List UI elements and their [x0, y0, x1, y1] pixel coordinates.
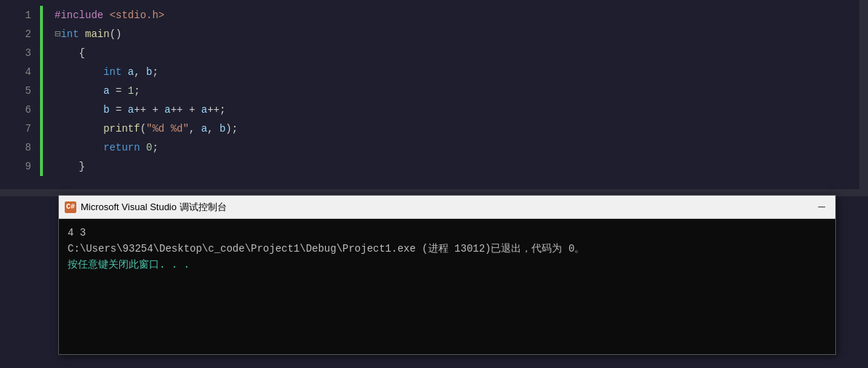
code-token: ++	[171, 104, 183, 116]
line-number: 7	[0, 119, 31, 138]
code-token: +	[183, 104, 201, 116]
editor-scrollbar-vertical[interactable]	[859, 0, 868, 189]
code-token: a	[128, 66, 134, 78]
code-line: b = a++ + a++ + a++;	[55, 100, 859, 119]
line-number: 9	[0, 157, 31, 176]
code-token: ;	[220, 104, 225, 116]
code-token	[121, 66, 127, 78]
code-token: ++	[134, 104, 146, 116]
console-title-left: C# Microsoft Visual Studio 调试控制台	[65, 201, 227, 214]
code-token	[55, 104, 103, 116]
code-token: "%d %d"	[146, 123, 189, 135]
code-token	[55, 123, 103, 135]
console-body: 4 3C:\Users\93254\Desktop\c_code\Project…	[59, 219, 835, 354]
code-token: printf	[103, 123, 140, 135]
code-token	[55, 142, 103, 153]
code-token: ,	[207, 123, 220, 135]
code-token: ++	[207, 104, 220, 116]
code-token	[55, 85, 103, 97]
line-number: 6	[0, 100, 31, 119]
code-token: ;	[134, 85, 140, 97]
code-token: int	[60, 28, 79, 40]
code-line: }	[55, 157, 859, 176]
code-token: <stdio.h>	[110, 9, 165, 21]
console-minimize-button[interactable]: —	[813, 201, 829, 213]
code-token: a	[103, 85, 109, 97]
code-token: {	[55, 47, 85, 59]
code-token: );	[225, 123, 238, 135]
line-number: 4	[0, 63, 31, 81]
code-line: {	[55, 44, 859, 63]
code-token: a	[164, 104, 170, 116]
code-token: +	[146, 104, 164, 116]
code-token: }	[55, 161, 85, 172]
code-token: return	[103, 142, 140, 153]
code-token: ;	[152, 142, 158, 153]
code-line: #include <stdio.h>	[55, 6, 859, 25]
code-token: int	[103, 66, 121, 78]
code-token: a	[201, 123, 207, 135]
line-number: 1	[0, 6, 31, 25]
code-line: printf("%d %d", a, b);	[55, 119, 859, 138]
code-token: ;	[152, 66, 158, 78]
code-token	[79, 28, 85, 40]
code-line: a = 1;	[55, 81, 859, 100]
console-window: C# Microsoft Visual Studio 调试控制台 — 4 3C:…	[58, 195, 836, 355]
console-output-line: 4 3	[68, 225, 827, 241]
line-number: 8	[0, 138, 31, 157]
console-output-line: C:\Users\93254\Desktop\c_code\Project1\D…	[68, 241, 827, 257]
line-number: 2	[0, 25, 31, 44]
code-content[interactable]: #include <stdio.h>⊟int main() { int a, b…	[43, 0, 859, 189]
code-token: =	[110, 85, 128, 97]
code-editor: 123456789 #include <stdio.h>⊟int main() …	[0, 0, 868, 189]
code-token: main	[85, 28, 110, 40]
line-number: 5	[0, 81, 31, 100]
line-number: 3	[0, 44, 31, 63]
code-token: ()	[110, 28, 122, 40]
console-title-text: Microsoft Visual Studio 调试控制台	[81, 201, 227, 214]
console-app-icon: C#	[65, 201, 76, 213]
code-token: a	[128, 104, 134, 116]
code-token	[140, 142, 146, 153]
code-token: ,	[134, 66, 146, 78]
code-token: b	[103, 104, 109, 116]
code-token: 1	[128, 85, 134, 97]
code-token: =	[110, 104, 128, 116]
console-output-line: 按任意键关闭此窗口. . .	[68, 257, 827, 273]
code-line: ⊟int main()	[55, 25, 859, 44]
line-numbers: 123456789	[0, 0, 40, 189]
code-token: #include	[55, 9, 110, 21]
code-token: a	[201, 104, 207, 116]
code-line: int a, b;	[55, 63, 859, 81]
code-token: ,	[189, 123, 201, 135]
code-line: return 0;	[55, 138, 859, 157]
code-token: (	[140, 123, 146, 135]
code-token	[55, 66, 103, 78]
console-titlebar: C# Microsoft Visual Studio 调试控制台 —	[59, 196, 835, 219]
